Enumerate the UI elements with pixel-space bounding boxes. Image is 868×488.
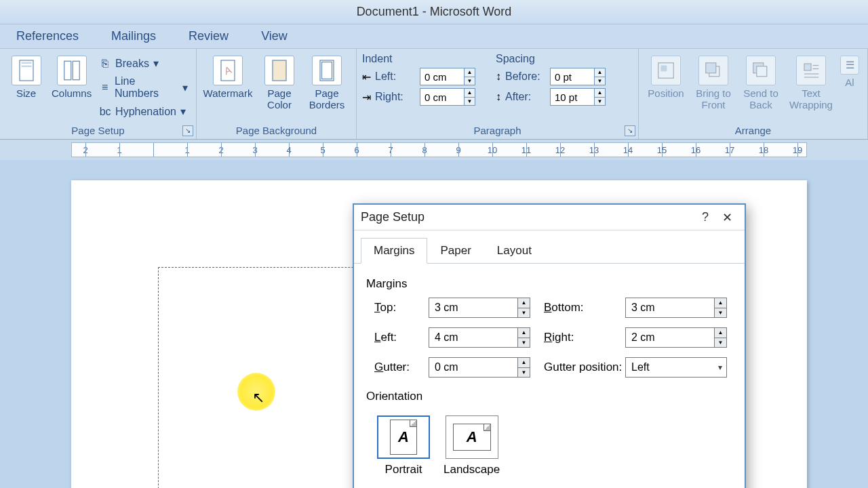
tab-layout[interactable]: Layout	[484, 238, 545, 264]
margin-bottom-input[interactable]: 3 cm▲▼	[625, 298, 727, 318]
chevron-down-icon: ▾	[180, 105, 186, 118]
group-page-setup: Size Columns ⎘Breaks ▾ ≡Line Numbers ▾ b…	[0, 49, 197, 139]
dialog-titlebar[interactable]: Page Setup ? ✕	[354, 205, 745, 230]
line-numbers-icon: ≡	[99, 81, 111, 94]
spin-down-icon[interactable]: ▼	[464, 98, 475, 106]
ruler-area: 2112345678910111213141516171819	[0, 140, 868, 160]
group-page-background: A Watermark Page Color Page Borders Page…	[197, 49, 357, 139]
paragraph-launcher[interactable]: ↘	[625, 125, 635, 136]
page-setup-dialog: Page Setup ? ✕ Margins Paper Layout Marg…	[353, 203, 746, 488]
indent-right-icon: ⇥	[362, 91, 371, 104]
gutter-label: Gutter:	[374, 361, 429, 374]
columns-button[interactable]: Columns	[51, 53, 92, 100]
group-label: Arrange	[639, 125, 867, 136]
tab-margins[interactable]: Margins	[361, 238, 427, 264]
group-label: Paragraph	[357, 125, 638, 136]
page-setup-launcher[interactable]: ↘	[182, 125, 193, 136]
align-icon: ☰	[840, 56, 859, 75]
svg-rect-13	[706, 63, 716, 73]
spacing-after-label: After:	[505, 91, 546, 103]
spin-up-icon[interactable]: ▲	[517, 328, 530, 338]
ribbon-tabs: References Mailings Review View	[0, 24, 868, 49]
margin-top-input[interactable]: 3 cm▲▼	[429, 298, 530, 318]
page-color-icon	[264, 56, 294, 85]
spin-down-icon[interactable]: ▼	[714, 338, 726, 348]
spin-down-icon[interactable]: ▼	[714, 308, 726, 318]
spin-up-icon[interactable]: ▲	[714, 328, 726, 338]
spacing-after-icon: ↕	[496, 91, 501, 103]
spin-down-icon[interactable]: ▼	[594, 77, 605, 85]
bring-front-button[interactable]: Bring to Front	[692, 53, 735, 110]
group-paragraph: Indent ⇤ Left: 0 cm▲▼ ⇥ Right: 0 cm▲▼ Sp…	[357, 49, 639, 139]
dialog-title-text: Page Setup	[361, 210, 425, 224]
text-wrapping-button[interactable]: Text Wrapping	[787, 53, 835, 110]
spin-down-icon[interactable]: ▼	[517, 308, 530, 318]
orientation-portrait[interactable]: A Portrait	[377, 415, 430, 476]
spin-up-icon[interactable]: ▲	[594, 89, 605, 98]
svg-rect-4	[73, 61, 79, 80]
portrait-icon: A	[390, 420, 417, 455]
breaks-button[interactable]: ⎘Breaks ▾	[96, 56, 191, 71]
tab-paper[interactable]: Paper	[427, 238, 484, 264]
spin-down-icon[interactable]: ▼	[594, 98, 605, 106]
send-back-button[interactable]: Send to Back	[739, 53, 783, 110]
hyphenation-icon: bc	[99, 106, 111, 118]
horizontal-ruler[interactable]: 2112345678910111213141516171819	[71, 142, 807, 157]
page-borders-icon	[312, 56, 342, 85]
spin-up-icon[interactable]: ▲	[594, 68, 605, 77]
dialog-tabs: Margins Paper Layout	[354, 230, 745, 264]
spin-up-icon[interactable]: ▲	[464, 89, 475, 98]
help-icon: ?	[702, 210, 709, 224]
tab-mailings[interactable]: Mailings	[108, 25, 159, 47]
svg-rect-7	[273, 60, 286, 81]
align-button[interactable]: ☰Al	[840, 53, 860, 89]
page-color-button[interactable]: Page Color	[258, 53, 301, 110]
help-button[interactable]: ?	[694, 208, 716, 227]
watermark-button[interactable]: A Watermark	[202, 53, 254, 100]
spin-down-icon[interactable]: ▼	[517, 338, 530, 348]
svg-rect-3	[64, 61, 71, 80]
spin-up-icon[interactable]: ▲	[517, 358, 530, 368]
page-borders-button[interactable]: Page Borders	[305, 53, 349, 110]
svg-rect-11	[661, 66, 667, 72]
bring-front-icon	[698, 56, 728, 85]
svg-rect-16	[804, 64, 811, 70]
svg-rect-15	[757, 66, 767, 77]
spin-up-icon[interactable]: ▲	[464, 68, 475, 77]
spin-down-icon[interactable]: ▼	[464, 77, 475, 85]
right-label: Right:	[530, 331, 625, 344]
position-button[interactable]: Position	[644, 53, 688, 100]
chevron-down-icon: ▾	[153, 57, 159, 70]
watermark-icon: A	[213, 56, 243, 85]
line-numbers-button[interactable]: ≡Line Numbers ▾	[96, 74, 191, 101]
close-button[interactable]: ✕	[716, 208, 738, 227]
spacing-before-icon: ↕	[496, 70, 501, 83]
svg-rect-1	[21, 62, 31, 64]
spacing-after-input[interactable]: 10 pt▲▼	[550, 88, 606, 106]
tab-references[interactable]: References	[14, 25, 81, 47]
orientation-landscape[interactable]: A Landscape	[443, 415, 500, 476]
spin-down-icon[interactable]: ▼	[517, 368, 530, 378]
close-icon: ✕	[722, 210, 732, 225]
hyphenation-button[interactable]: bcHyphenation ▾	[96, 104, 191, 119]
gutter-position-select[interactable]: Left	[625, 357, 727, 378]
spin-up-icon[interactable]: ▲	[714, 298, 726, 308]
gutter-input[interactable]: 0 cm▲▼	[429, 357, 530, 378]
indent-left-icon: ⇤	[362, 70, 371, 83]
indent-right-input[interactable]: 0 cm▲▼	[420, 88, 475, 106]
spacing-heading: Spacing	[496, 53, 606, 65]
chevron-down-icon: ▾	[182, 81, 188, 94]
margin-right-input[interactable]: 2 cm▲▼	[625, 327, 727, 348]
tab-view[interactable]: View	[258, 25, 290, 47]
group-label: Page Background	[197, 125, 356, 136]
indent-left-label: Left:	[375, 70, 416, 83]
group-arrange: Position Bring to Front Send to Back Tex…	[639, 49, 868, 139]
margin-left-input[interactable]: 4 cm▲▼	[429, 327, 530, 348]
indent-left-input[interactable]: 0 cm▲▼	[420, 68, 475, 85]
top-label: Top:	[374, 301, 429, 314]
spacing-before-input[interactable]: 0 pt▲▼	[550, 68, 606, 85]
svg-rect-2	[21, 66, 31, 68]
size-button[interactable]: Size	[5, 53, 47, 100]
spin-up-icon[interactable]: ▲	[517, 298, 530, 308]
tab-review[interactable]: Review	[186, 25, 231, 47]
